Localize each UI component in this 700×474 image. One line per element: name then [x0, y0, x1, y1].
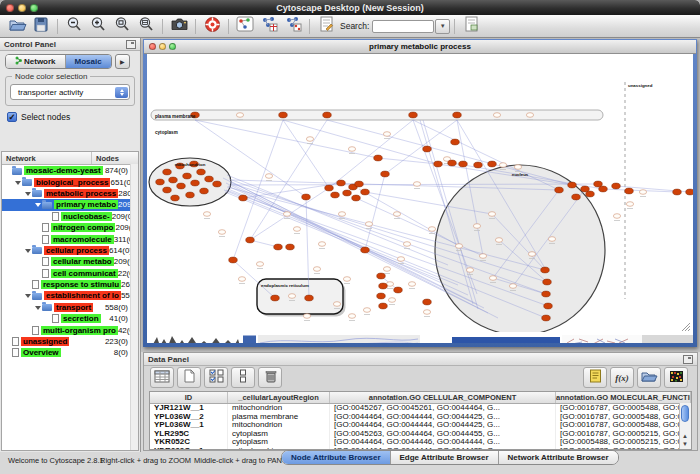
node-unselected[interactable] [333, 302, 340, 307]
node-unselected[interactable] [306, 137, 313, 142]
table-column-header[interactable]: ID [150, 392, 228, 403]
node-selected[interactable] [205, 176, 214, 182]
node-unselected[interactable] [313, 267, 320, 272]
node-selected[interactable] [229, 257, 238, 263]
node-unselected[interactable] [265, 174, 272, 179]
node-selected[interactable] [337, 180, 346, 186]
tree-scrollbar[interactable] [130, 164, 138, 450]
view-close-button[interactable] [149, 43, 156, 50]
view-zoom-button[interactable] [169, 43, 176, 50]
delete-attribute-button[interactable] [258, 367, 282, 388]
node-selected[interactable] [542, 315, 551, 321]
tree-item[interactable]: secretion41(0) [2, 313, 138, 324]
tree-item[interactable]: response to stimulu264(0) [2, 279, 138, 290]
float-panel-icon[interactable] [683, 355, 693, 364]
new-attribute-button[interactable] [177, 367, 201, 388]
node-unselected[interactable] [495, 238, 502, 243]
node-unselected[interactable] [488, 212, 495, 217]
node-selected[interactable] [555, 187, 564, 193]
snapshot-button[interactable] [167, 16, 191, 36]
node-unselected[interactable] [383, 267, 390, 272]
node-unselected[interactable] [403, 242, 410, 247]
node-selected[interactable] [355, 181, 364, 187]
tree-item[interactable]: establishment of lo558(0) [2, 290, 138, 301]
node-selected[interactable] [239, 195, 248, 201]
expander-icon[interactable] [15, 179, 22, 186]
node-selected[interactable] [541, 267, 550, 273]
scroll-up-button[interactable]: ▲ [680, 432, 690, 440]
node-selected[interactable] [331, 192, 340, 198]
scroll-down-button[interactable]: ▼ [680, 440, 690, 448]
node-unselected[interactable] [348, 314, 355, 319]
expander-icon[interactable] [25, 292, 32, 299]
node-unselected[interactable] [639, 190, 646, 195]
table-scrollbar[interactable]: ▲ ▼ [679, 403, 691, 449]
table-cell[interactable]: cytoplasm [228, 438, 330, 447]
node-unselected[interactable] [365, 222, 372, 227]
node-selected[interactable] [361, 247, 370, 253]
node-selected[interactable] [594, 181, 603, 187]
table-cell[interactable]: cytoplasm [228, 430, 330, 439]
heatmap-button[interactable] [664, 367, 688, 388]
table-row[interactable]: YKR052Ccytoplasm[GO:0044464, GO:0044446,… [150, 438, 691, 447]
network-canvas[interactable]: plasma membranecytoplasmmitochondrionnuc… [147, 54, 693, 332]
node-selected[interactable] [581, 186, 590, 192]
node-selected[interactable] [156, 179, 165, 185]
table-cell[interactable]: mitochondrion [228, 421, 330, 430]
expander-icon[interactable] [35, 304, 42, 311]
node-selected[interactable] [673, 189, 682, 195]
table-cell[interactable]: YPL036W__2 [150, 413, 228, 422]
node-unselected[interactable] [466, 268, 473, 273]
node-selected[interactable] [423, 299, 432, 305]
node-selected[interactable] [379, 283, 388, 289]
node-selected[interactable] [377, 293, 386, 299]
node-selected[interactable] [286, 244, 295, 250]
tree-item[interactable]: unassigned223(0) [2, 336, 138, 347]
node-unselected[interactable] [473, 224, 480, 229]
table-cell[interactable]: YJR121W__1 [150, 404, 228, 413]
float-panel-icon[interactable] [126, 40, 136, 49]
node-selected[interactable] [374, 155, 383, 161]
node-unselected[interactable] [455, 244, 462, 249]
zoom-fit-button[interactable] [134, 16, 158, 36]
search-input[interactable] [372, 20, 434, 33]
node-selected[interactable] [453, 112, 462, 118]
node-unselected[interactable] [293, 227, 300, 232]
table-column-header[interactable]: _cellularLayoutRegion [228, 392, 330, 403]
node-unselected[interactable] [479, 254, 486, 259]
table-cell[interactable]: [GO:0044464, GO:0044444, GO:0044425, G..… [330, 421, 556, 430]
node-unselected[interactable] [283, 212, 290, 217]
node-unselected[interactable] [548, 237, 555, 242]
node-selected[interactable] [488, 161, 497, 167]
node-selected[interactable] [394, 287, 403, 293]
table-cell[interactable]: [GO:0016787, GO:0005488, GO:0005215, G..… [556, 413, 691, 422]
node-unselected[interactable] [288, 294, 295, 299]
zoom-out-button[interactable] [62, 16, 86, 36]
attribute-table-button[interactable] [150, 367, 174, 388]
node-selected[interactable] [542, 291, 551, 297]
network-overview-button[interactable] [233, 16, 257, 36]
node-selected[interactable] [279, 112, 288, 118]
tab-network[interactable]: Network [6, 55, 66, 68]
table-cell[interactable]: [GO:0045267, GO:0045261, GO:0044464, G..… [330, 404, 556, 413]
save-session-button[interactable] [29, 16, 53, 36]
tree-col-nodes[interactable]: Nodes [92, 152, 138, 164]
node-unselected[interactable] [388, 298, 395, 303]
table-cell[interactable]: YDR039C__1 [150, 447, 228, 450]
node-selected[interactable] [169, 177, 178, 183]
node-selected[interactable] [305, 295, 314, 301]
table-cell[interactable]: YPL036W__1 [150, 421, 228, 430]
node-unselected[interactable] [203, 212, 210, 217]
node-selected[interactable] [171, 195, 180, 201]
node-unselected[interactable] [493, 113, 500, 118]
node-unselected[interactable] [514, 165, 521, 170]
table-column-header[interactable]: annotation.GO CELLULAR_COMPONENT [330, 392, 556, 403]
node-selected[interactable] [448, 160, 457, 166]
node-selected[interactable] [246, 237, 255, 243]
tree-col-network[interactable]: Network [2, 152, 92, 164]
table-cell[interactable]: [GO:0044464, GO:0044444, GO:0044425, G..… [330, 413, 556, 422]
table-row[interactable]: YPL036W__2plasma membrane[GO:0044464, GO… [150, 413, 691, 422]
node-selected[interactable] [544, 303, 553, 309]
table-cell[interactable]: YLR295C [150, 430, 228, 439]
view-minimize-button[interactable] [159, 43, 166, 50]
